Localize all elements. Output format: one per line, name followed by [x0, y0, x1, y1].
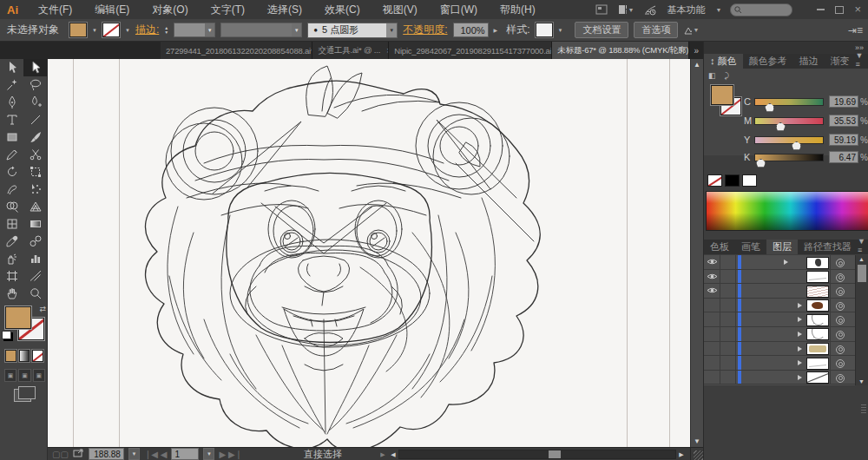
menu-item[interactable]: 帮助(H) [489, 0, 547, 19]
arrange-documents-icon[interactable]: ▼ [618, 3, 634, 16]
document-tab-2[interactable]: 交通工具.ai* @ ...× [312, 42, 389, 59]
horizontal-scrollbar[interactable]: ▶ ◀ ▶ [378, 450, 687, 459]
screen-mode-icon[interactable] [14, 389, 31, 402]
stroke-color-swatch[interactable] [102, 23, 120, 37]
visibility-eye-icon[interactable] [704, 270, 720, 284]
layer-row[interactable] [704, 299, 855, 313]
channel-value-field[interactable]: 35.53 [829, 115, 858, 127]
paintbrush-tool[interactable] [23, 128, 47, 146]
scroll-up-icon[interactable]: ▲ [694, 61, 700, 69]
fill-caret-icon[interactable]: ▼ [92, 28, 97, 33]
share-options-icon[interactable]: ▼ [683, 24, 699, 36]
layer-thumbnail[interactable] [806, 257, 829, 269]
lock-toggle[interactable] [720, 356, 736, 370]
opacity-link[interactable]: 不透明度: [403, 23, 447, 37]
layers-scroll-thumb[interactable] [858, 265, 866, 282]
app-logo[interactable]: Ai [0, 3, 27, 16]
fill-color-swatch[interactable] [69, 23, 87, 37]
expand-triangle-icon[interactable] [798, 332, 802, 337]
layer-row[interactable] [704, 270, 855, 285]
scroll-up-icon[interactable]: ▲ [858, 256, 865, 262]
line-segment-tool[interactable] [23, 111, 47, 128]
mesh-tool[interactable] [0, 215, 23, 233]
document-tab-1[interactable]: 27299441_2018061322020208854088.ai*× [161, 42, 312, 59]
stroke-weight-select[interactable]: ▼ [174, 23, 215, 37]
lock-toggle[interactable] [720, 371, 736, 384]
default-fill-stroke-icon[interactable] [2, 331, 11, 339]
minimize-button[interactable] [817, 9, 825, 10]
bridge-icon[interactable] [594, 3, 609, 16]
layer-row[interactable] [704, 284, 855, 299]
visibility-toggle-empty[interactable] [704, 342, 720, 356]
search-input[interactable] [730, 3, 792, 16]
export-icon[interactable] [73, 449, 84, 459]
stroke-link[interactable]: 描边: [135, 23, 159, 37]
lock-toggle[interactable] [720, 342, 736, 356]
layer-target-icon[interactable] [836, 345, 845, 354]
document-tab-4-active[interactable]: 未标题-67* @ 188.88% (CMYK/轮廓)× [552, 42, 689, 59]
tab-color[interactable]: ↕ 颜色 [704, 54, 743, 69]
column-graph-tool[interactable] [23, 250, 47, 267]
scissors-tool[interactable] [23, 146, 47, 163]
zoom-tool[interactable] [23, 285, 47, 302]
slider-track[interactable] [754, 98, 824, 106]
layer-thumbnail[interactable] [806, 299, 829, 312]
channel-value-field[interactable]: 6.47 [829, 151, 858, 163]
layer-target-icon[interactable] [836, 302, 845, 311]
visibility-eye-icon[interactable] [704, 284, 720, 298]
free-transform-tool[interactable] [23, 163, 47, 181]
brush-definition-select[interactable]: ● 5 点圆形 ▼ [307, 23, 398, 38]
tab-gradient[interactable]: 渐变 [825, 54, 856, 69]
slider-thumb[interactable] [792, 141, 801, 150]
tab-color-guide[interactable]: 颜色参考 [743, 54, 793, 69]
tab-swatches[interactable]: 色板 [704, 240, 735, 254]
visibility-eye-icon[interactable] [704, 255, 720, 269]
menu-item[interactable]: 文字(T) [200, 0, 256, 19]
menu-item[interactable]: 效果(C) [313, 0, 372, 19]
menu-item[interactable]: 选择(S) [256, 0, 313, 19]
visibility-toggle-empty[interactable] [704, 371, 720, 384]
panel-menu-icon[interactable]: ▼ ≡ [856, 51, 868, 69]
hscroll-track[interactable] [398, 450, 676, 459]
restore-button[interactable] [835, 6, 844, 14]
panel-resize-grip[interactable] [861, 404, 866, 413]
layer-target-icon[interactable] [836, 273, 845, 282]
variable-width-select[interactable]: ▼ [220, 23, 302, 37]
none-button[interactable] [32, 350, 43, 362]
panel-fill-swatch[interactable] [711, 85, 733, 105]
rotate-tool[interactable] [0, 163, 23, 181]
color-spectrum[interactable] [706, 191, 868, 231]
layer-row[interactable] [704, 312, 855, 327]
perspective-grid-tool[interactable] [23, 198, 47, 215]
channel-value-field[interactable]: 19.69 [829, 95, 858, 108]
selection-tool[interactable] [0, 59, 23, 76]
shape-builder-tool[interactable] [0, 198, 23, 215]
layer-row[interactable] [704, 255, 855, 270]
tab-stroke[interactable]: 描边 [793, 54, 825, 69]
scroll-right-icon[interactable]: ▶ [676, 450, 687, 459]
none-swatch[interactable] [707, 174, 722, 187]
layer-row[interactable] [704, 356, 855, 371]
layer-target-icon[interactable] [836, 316, 845, 325]
eyedropper-tool[interactable] [0, 233, 23, 250]
lasso-tool[interactable] [23, 76, 47, 94]
fill-swatch[interactable] [5, 306, 31, 329]
panel-menu-icon[interactable]: ▼ ≡ [858, 237, 868, 254]
fill-stroke-mini-icon[interactable]: ◧ [708, 71, 716, 81]
layer-row[interactable] [704, 342, 855, 357]
layer-thumbnail[interactable] [806, 286, 829, 298]
visibility-toggle-empty[interactable] [704, 356, 720, 370]
hand-tool[interactable] [0, 285, 23, 302]
style-caret-icon[interactable]: ▼ [558, 28, 563, 33]
symbol-sprayer-tool[interactable] [0, 250, 23, 267]
workspace-switcher[interactable]: 基本功能 [667, 3, 705, 16]
layer-target-icon[interactable] [836, 287, 845, 296]
color-button[interactable] [5, 350, 16, 362]
curvature-pen-tool[interactable] [23, 94, 47, 111]
gpu-performance-icon[interactable] [642, 3, 658, 16]
visibility-toggle-empty[interactable] [704, 312, 720, 326]
slider-track[interactable] [754, 136, 824, 144]
slider-track[interactable] [754, 117, 824, 125]
lock-toggle[interactable] [720, 299, 736, 312]
resize-corner[interactable] [690, 447, 703, 460]
